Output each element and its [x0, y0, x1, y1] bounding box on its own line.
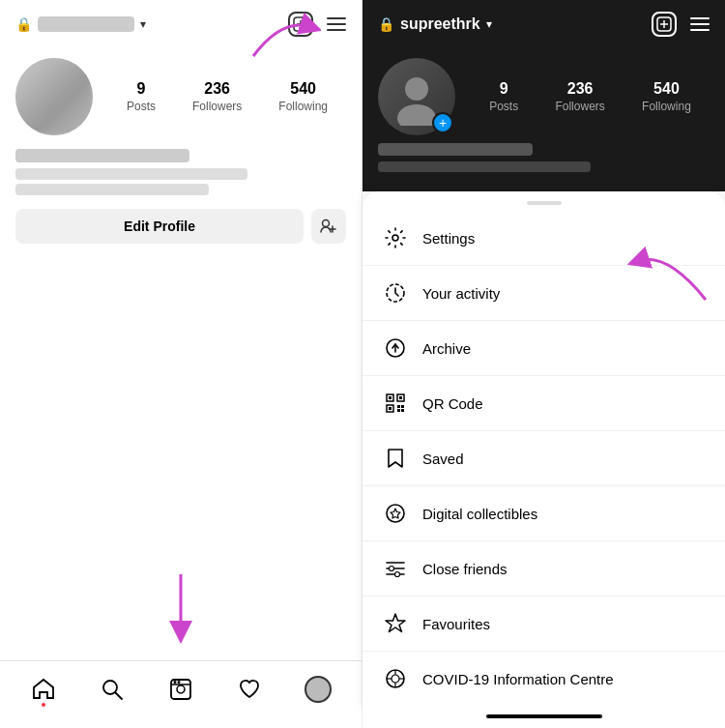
close-friends-label: Close friends: [422, 561, 508, 577]
right-profile-name-blurred: [378, 143, 533, 156]
qr-icon: [382, 390, 409, 417]
right-username: supreethrk: [400, 15, 480, 33]
menu-item-qr[interactable]: QR Code: [362, 376, 725, 431]
right-profile-info-row: + 9 Posts 236 Followers 540 Following: [378, 58, 710, 135]
profile-bio-blurred-1: [15, 168, 247, 180]
collectibles-icon: [382, 500, 409, 527]
dropdown-handle: [362, 191, 725, 211]
svg-point-3: [323, 220, 330, 227]
svg-point-11: [173, 681, 176, 684]
svg-point-39: [392, 675, 399, 683]
right-posts-count: 9: [500, 80, 508, 98]
avatar: [15, 58, 93, 135]
right-chevron-icon: ▾: [486, 17, 492, 31]
arrow-settings: [619, 232, 715, 313]
profile-name-blurred: [15, 149, 189, 162]
svg-rect-25: [399, 396, 402, 399]
nav-avatar: [304, 676, 332, 703]
right-lock-icon: 🔒: [378, 16, 394, 32]
right-bottom-bar: [362, 709, 725, 728]
right-following-label: Following: [642, 100, 691, 113]
nav-reels[interactable]: [161, 670, 200, 709]
followers-stat[interactable]: 236 Followers: [192, 80, 242, 113]
left-panel: 🔒 ▾: [0, 0, 362, 728]
menu-item-close-friends[interactable]: Close friends: [362, 541, 725, 597]
svg-point-37: [395, 572, 400, 577]
activity-icon: [382, 279, 409, 306]
svg-point-12: [177, 681, 180, 684]
svg-rect-31: [401, 409, 404, 412]
right-username-area: 🔒 supreethrk ▾: [378, 15, 492, 33]
collectibles-label: Digital collectibles: [422, 506, 537, 522]
close-friends-icon: [382, 555, 409, 582]
svg-point-17: [397, 104, 436, 126]
right-header: 🔒 supreethrk ▾: [362, 0, 725, 48]
discover-people-button[interactable]: [311, 209, 346, 244]
right-followers-label: Followers: [555, 100, 604, 113]
menu-item-covid[interactable]: COVID-19 Information Centre: [362, 652, 725, 706]
svg-point-16: [405, 77, 428, 101]
right-stats-row: 9 Posts 236 Followers 540 Following: [471, 80, 710, 113]
arrow-hamburger: [244, 8, 321, 70]
right-profile-bg: + 9 Posts 236 Followers 540 Following: [362, 48, 725, 191]
right-avatar-plus-button[interactable]: +: [432, 112, 453, 133]
svg-line-7: [116, 692, 123, 699]
nav-search[interactable]: [93, 670, 131, 709]
nav-heart[interactable]: [230, 670, 269, 709]
nav-profile[interactable]: [299, 670, 337, 709]
hamburger-menu-button[interactable]: [327, 17, 346, 31]
menu-item-archive[interactable]: Archive: [362, 321, 725, 376]
right-followers-count: 236: [567, 80, 594, 98]
right-following-stat[interactable]: 540 Following: [642, 80, 691, 113]
favourites-label: Favourites: [422, 616, 490, 632]
dropdown-handle-bar: [527, 201, 562, 205]
right-hamburger-button[interactable]: [690, 17, 710, 31]
chevron-icon: ▾: [140, 17, 146, 31]
svg-rect-28: [397, 405, 400, 408]
edit-profile-button[interactable]: Edit Profile: [15, 209, 304, 244]
right-header-icons: [652, 12, 710, 37]
favourites-icon: [382, 610, 409, 637]
menu-item-favourites[interactable]: Favourites: [362, 597, 725, 652]
left-username-area: 🔒 ▾: [15, 16, 146, 32]
lock-icon: 🔒: [15, 16, 32, 32]
stats-row: 9 Posts 236 Followers 540 Following: [108, 80, 346, 113]
profile-actions: Edit Profile: [15, 209, 346, 244]
profile-bio-blurred-2: [15, 184, 209, 195]
right-followers-stat[interactable]: 236 Followers: [555, 80, 604, 113]
settings-label: Settings: [422, 230, 475, 247]
covid-icon: [382, 665, 409, 692]
svg-rect-23: [389, 396, 392, 399]
right-posts-stat[interactable]: 9 Posts: [489, 80, 518, 113]
bottom-indicator: [486, 714, 602, 718]
activity-label: Your activity: [422, 285, 500, 302]
home-notification-dot: [42, 703, 45, 707]
covid-label: COVID-19 Information Centre: [422, 671, 614, 687]
qr-label: QR Code: [422, 395, 483, 412]
followers-count: 236: [204, 80, 230, 98]
posts-stat[interactable]: 9 Posts: [127, 80, 156, 113]
arrow-bottom-nav: [142, 569, 219, 651]
following-stat[interactable]: 540 Following: [278, 80, 328, 113]
profile-info-row: 9 Posts 236 Followers 540 Following: [15, 58, 346, 135]
menu-item-saved[interactable]: Saved: [362, 431, 725, 486]
right-profile-bio-blurred: [378, 161, 591, 172]
svg-point-18: [392, 235, 398, 241]
right-add-post-button[interactable]: [652, 12, 677, 37]
posts-label: Posts: [127, 100, 156, 113]
following-label: Following: [278, 100, 328, 113]
right-following-count: 540: [653, 80, 680, 98]
archive-label: Archive: [422, 340, 471, 357]
right-panel: 🔒 supreethrk ▾: [362, 0, 725, 728]
menu-item-collectibles[interactable]: Digital collectibles: [362, 486, 725, 541]
nav-home[interactable]: [24, 670, 63, 709]
profile-section: 9 Posts 236 Followers 540 Following Edit…: [0, 48, 362, 259]
username-blurred: [38, 16, 134, 32]
bottom-nav: [0, 660, 362, 728]
posts-count: 9: [137, 80, 146, 98]
right-avatar-container: +: [378, 58, 455, 135]
svg-point-9: [177, 685, 185, 693]
gear-icon: [382, 224, 409, 251]
avatar-container: [15, 58, 93, 135]
svg-rect-29: [401, 405, 404, 408]
